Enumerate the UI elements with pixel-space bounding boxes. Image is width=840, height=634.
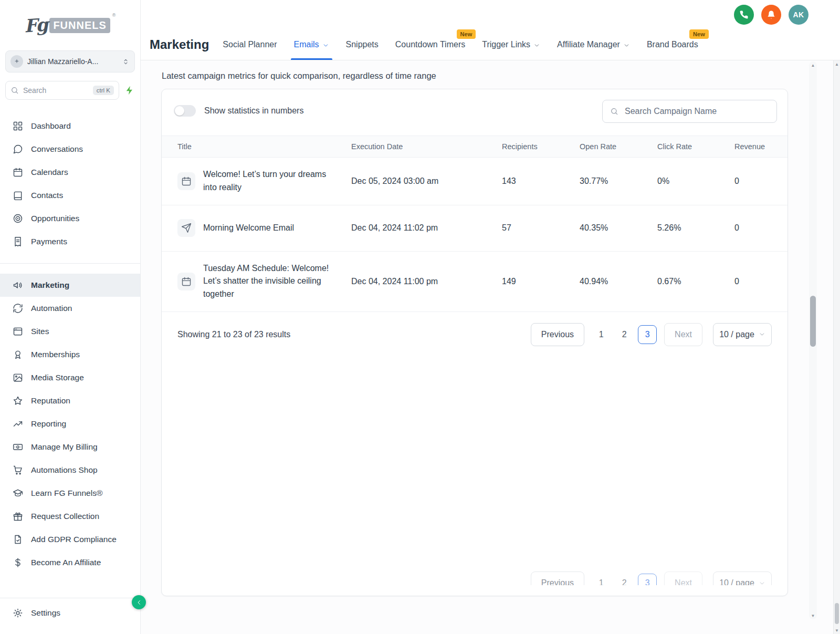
topbar: AK Marketing Social PlannerEmailsSnippet… — [141, 0, 840, 60]
sidebar-item-calendars[interactable]: Calendars — [0, 161, 140, 184]
tab-countdown-timers[interactable]: Countdown TimersNew — [387, 29, 474, 60]
inner-scrollbar-thumb[interactable] — [810, 296, 816, 347]
sidebar-item-manage-my-billing[interactable]: Manage My Billing — [0, 435, 140, 459]
page-scrollbar-thumb[interactable] — [835, 603, 839, 624]
calendar-icon — [177, 273, 195, 290]
sidebar-item-reputation[interactable]: Reputation — [0, 389, 140, 412]
sites-icon — [13, 326, 23, 337]
sidebar-item-automations-shop[interactable]: Automations Shop — [0, 459, 140, 482]
sidebar-item-media-storage[interactable]: Media Storage — [0, 366, 140, 389]
show-statistics-toggle[interactable] — [174, 105, 196, 117]
account-name: Jillian Mazzariello-A... — [27, 57, 118, 66]
page-title: Marketing — [150, 37, 209, 52]
automation-icon — [13, 303, 23, 314]
sidebar-item-become-an-affiliate[interactable]: Become An Affiliate — [0, 551, 140, 574]
page-3[interactable]: 3 — [638, 325, 657, 344]
column-header: Execution Date — [351, 142, 502, 151]
chevron-down-icon — [533, 42, 540, 49]
quick-actions-bolt-icon[interactable] — [124, 85, 135, 96]
page-size-select[interactable]: 10 / page — [713, 323, 772, 346]
sidebar-item-opportunities[interactable]: Opportunities — [0, 207, 140, 230]
tab-label: Emails — [294, 40, 319, 49]
revenue: 0 — [734, 176, 772, 186]
sidebar-item-automation[interactable]: Automation — [0, 297, 140, 320]
tab-label: Affiliate Manager — [557, 40, 620, 49]
page-scroll-up-arrow[interactable]: ▲ — [835, 60, 839, 68]
page-1[interactable]: 1 — [590, 330, 613, 339]
tab-label: Brand Boards — [647, 40, 698, 49]
sidebar-item-label: Add GDPR Compliance — [31, 535, 117, 544]
tab-social-planner[interactable]: Social Planner — [214, 29, 285, 60]
campaign-search-input[interactable] — [624, 106, 769, 117]
memberships-icon — [13, 349, 23, 360]
contacts-icon — [13, 190, 23, 201]
tab-label: Snippets — [346, 40, 379, 49]
sidebar-item-memberships[interactable]: Memberships — [0, 343, 140, 366]
recipients: 149 — [502, 277, 580, 286]
execution-date: Dec 04, 2024 11:02 pm — [351, 223, 502, 233]
sidebar-item-learn-fg-funnels[interactable]: Learn FG Funnels® — [0, 482, 140, 505]
campaign-search[interactable] — [602, 100, 777, 123]
tab-affiliate-manager[interactable]: Affiliate Manager — [549, 29, 638, 60]
manage-my-billing-icon — [13, 442, 23, 452]
content: Latest campaign metrics for quick compar… — [141, 60, 840, 634]
page-2[interactable]: 2 — [613, 330, 636, 339]
click-rate: 0% — [657, 176, 734, 186]
phone-button[interactable] — [734, 5, 754, 25]
add-gdpr-compliance-icon — [13, 534, 23, 545]
account-switcher[interactable]: Jillian Mazzariello-A... — [5, 50, 135, 72]
chevron-left-icon — [135, 599, 143, 606]
page-numbers: 123 — [590, 325, 659, 344]
revenue: 0 — [734, 277, 772, 286]
click-rate: 5.26% — [657, 223, 734, 233]
gear-icon — [13, 608, 23, 618]
column-header: Recipients — [502, 142, 580, 151]
tab-label: Trigger Links — [482, 40, 530, 49]
table-row[interactable]: Tuesday AM Schedule: Welcome! Let’s shat… — [162, 252, 788, 312]
inner-scrollbar[interactable]: ▲ ▼ — [809, 61, 817, 619]
recipients: 143 — [502, 176, 580, 186]
sidebar-item-label: Settings — [31, 608, 60, 618]
sidebar-item-label: Become An Affiliate — [31, 558, 101, 567]
search-input[interactable]: Search ctrl K — [5, 81, 119, 100]
page-1: 1 — [590, 578, 613, 585]
table-row[interactable]: Morning Welcome EmailDec 04, 2024 11:02 … — [162, 205, 788, 252]
page-scrollbar[interactable]: ▲ ▼ — [833, 60, 840, 634]
sidebar-item-label: Automation — [31, 304, 72, 313]
sidebar-item-request-collection[interactable]: Request Collection — [0, 505, 140, 528]
scroll-down-arrow[interactable]: ▼ — [811, 612, 815, 619]
sidebar-item-label: Contacts — [31, 191, 63, 200]
tab-snippets[interactable]: Snippets — [338, 29, 387, 60]
toggle-knob — [175, 106, 184, 116]
sidebar-item-marketing[interactable]: Marketing — [0, 274, 140, 297]
sidebar-item-label: Reporting — [31, 419, 66, 429]
sidebar-item-contacts[interactable]: Contacts — [0, 184, 140, 207]
sidebar-item-dashboard[interactable]: Dashboard — [0, 115, 140, 138]
previous-page-button: Previous — [531, 571, 584, 585]
campaign-title-cell: Tuesday AM Schedule: Welcome! Let’s shat… — [177, 262, 351, 301]
tab-emails[interactable]: Emails — [286, 29, 338, 60]
table-header-row: TitleExecution DateRecipientsOpen RateCl… — [162, 136, 788, 158]
sidebar-item-add-gdpr-compliance[interactable]: Add GDPR Compliance — [0, 528, 140, 551]
table-row[interactable]: Welcome! Let’s turn your dreams into rea… — [162, 158, 788, 205]
sidebar-item-sites[interactable]: Sites — [0, 320, 140, 343]
search-placeholder: Search — [23, 86, 89, 95]
sidebar-item-reporting[interactable]: Reporting — [0, 412, 140, 435]
sidebar-collapse-button[interactable] — [132, 595, 146, 609]
user-avatar[interactable]: AK — [789, 5, 808, 25]
phone-icon — [739, 10, 749, 19]
notifications-button[interactable] — [761, 5, 781, 25]
sidebar-item-conversations[interactable]: Conversations — [0, 138, 140, 161]
previous-page-button[interactable]: Previous — [531, 323, 584, 346]
page-size-value: 10 / page — [719, 578, 754, 585]
scroll-up-arrow[interactable]: ▲ — [811, 61, 815, 69]
topbar-inner: Marketing Social PlannerEmailsSnippetsCo… — [150, 29, 830, 60]
tab-trigger-links[interactable]: Trigger Links — [474, 29, 549, 60]
tab-brand-boards[interactable]: Brand BoardsNew — [638, 29, 707, 60]
sidebar-item-settings[interactable]: Settings — [0, 601, 140, 625]
sidebar-item-label: Automations Shop — [31, 465, 98, 475]
page-scroll-down-arrow[interactable]: ▼ — [835, 627, 839, 634]
open-rate: 40.94% — [580, 277, 657, 286]
calendars-icon — [13, 167, 23, 178]
sidebar-item-payments[interactable]: Payments — [0, 230, 140, 253]
